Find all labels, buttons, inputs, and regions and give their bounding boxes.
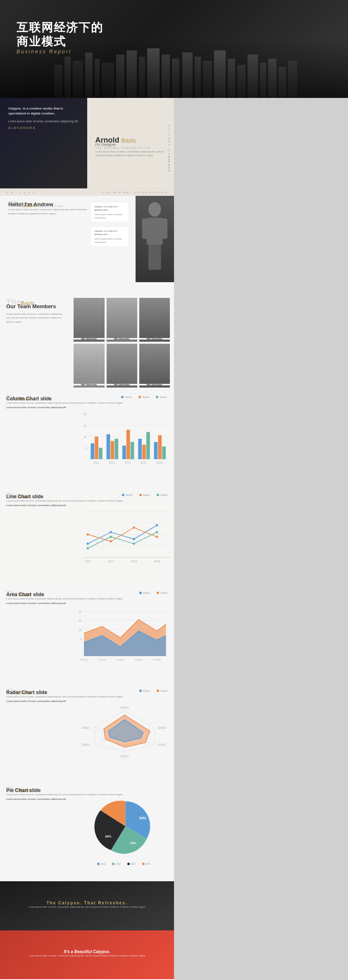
team-left: TheBazic Our Team Members Lorem ipsum do… — [0, 294, 69, 392]
svg-point-67 — [86, 533, 89, 536]
svg-text:35: 35 — [79, 610, 82, 613]
slide-calypso-dark: The Calypso. That Refreshes. Lorem ipsum… — [0, 881, 174, 979]
svg-rect-50 — [154, 442, 158, 459]
city-background: 互联网经济下的 商业模式 Business Report — [0, 0, 348, 98]
svg-text:0: 0 — [85, 447, 87, 450]
team-member-4: MR. Alexander CEO, DESIGN — [74, 344, 104, 388]
svg-text:2015: 2015 — [131, 560, 137, 563]
pie-legend: 2012 2013 2014 2015 — [80, 863, 171, 865]
area-chart-area: Series1 Series2 35 25 15 5 — [75, 592, 171, 680]
svg-text:FY01/2: FY01/2 — [98, 659, 107, 661]
slide-area-chart: TheBazic Area Chart slide Lorem ipsum do… — [0, 588, 174, 685]
svg-text:2003/1: 2003/1 — [81, 726, 90, 729]
svg-point-70 — [156, 535, 158, 538]
svg-rect-28 — [155, 245, 161, 270]
team-desc: Lorem ipsum dolor sit amet, consectetur … — [6, 312, 63, 324]
radar-chart-svg: 2003/1 2003/2 2003/1 2003/1 2003/1 2003/… — [79, 694, 171, 768]
area-legend: Series1 Series2 — [75, 592, 171, 594]
slide-line-chart: TheBazic Line Chart slide Lorem ipsum do… — [0, 490, 174, 588]
slide-about: Calypse. is a creative studio that is sp… — [0, 98, 174, 196]
svg-text:FY01/4: FY01/4 — [135, 659, 143, 661]
svg-text:5: 5 — [80, 637, 82, 640]
svg-text:25: 25 — [79, 619, 82, 622]
svg-rect-44 — [122, 446, 126, 459]
slide-andrew: TheBazic Hello! I'm Andrew THE MINIMAL P… — [0, 196, 174, 294]
team-heading: Our Team Members — [6, 303, 63, 310]
svg-text:FY01/3: FY01/3 — [117, 659, 125, 661]
slide-radar-chart: TheBazic Radar Chart slide Lorem ipsum d… — [0, 685, 174, 783]
pie-chart-area: 34% 19% 28% 2012 2013 2014 2015 — [80, 790, 171, 876]
svg-rect-46 — [131, 442, 134, 459]
svg-text:2003/2: 2003/2 — [158, 726, 167, 729]
calypso-bottom-desc: Lorem ipsum dolor sit amet, consectetur … — [29, 954, 145, 957]
svg-point-71 — [86, 547, 89, 549]
radar-chart-area: Series1 Series2 2003/1 2003/2 2003/1 — [79, 690, 171, 778]
svg-text:19%: 19% — [130, 841, 136, 845]
svg-point-73 — [133, 542, 135, 545]
column-chart-area: Series1 Series2 Series3 30 20 10 0 — [79, 396, 170, 482]
about-desc: Lorem ipsum dolor sit amet, consectetur … — [8, 119, 79, 124]
svg-text:20: 20 — [83, 424, 87, 427]
team-member-1: MR. Alexander CEO, DESIGN — [74, 298, 104, 342]
calypso-top-desc: Lorem ipsum dolor sit amet, consectetur … — [29, 905, 145, 909]
line-legend: Series1 Series2 Series3 — [79, 494, 171, 496]
svg-point-66 — [156, 524, 158, 527]
callout-1: Calypso. for when it's quitting time. Lo… — [91, 202, 129, 222]
svg-rect-43 — [114, 439, 118, 459]
svg-rect-49 — [146, 432, 150, 459]
svg-rect-51 — [158, 435, 162, 459]
svg-rect-48 — [142, 445, 146, 459]
svg-rect-52 — [162, 447, 166, 459]
cover-title-block: 互联网经济下的 商业模式 Business Report — [17, 21, 103, 52]
line-chart-area: Series1 Series2 Series3 — [79, 494, 171, 580]
svg-text:2016: 2016 — [154, 560, 160, 563]
callouts: Calypso. for when it's quitting time. Lo… — [91, 202, 129, 249]
svg-text:2016: 2016 — [157, 461, 163, 464]
svg-text:2015: 2015 — [141, 461, 147, 464]
callout-2: Calypso. for when it's quitting time. Lo… — [91, 226, 129, 247]
svg-point-74 — [156, 531, 158, 533]
svg-rect-39 — [95, 437, 98, 459]
svg-rect-27 — [148, 245, 155, 270]
slides-container: 互联网经济下的 商业模式 Business Report Calypse. is… — [0, 0, 348, 980]
calypso-top: The Calypso. That Refreshes. Lorem ipsum… — [0, 881, 174, 930]
svg-point-68 — [110, 540, 112, 543]
line-chart-svg: 2013 2014 2015 2016 — [79, 498, 171, 571]
svg-point-65 — [133, 538, 135, 540]
svg-rect-41 — [107, 434, 110, 459]
svg-rect-38 — [91, 443, 94, 459]
andrew-left: TheBazic Hello! I'm Andrew THE MINIMAL P… — [0, 196, 96, 294]
chart-legend: Series1 Series2 Series3 — [79, 396, 170, 398]
about-right: Arnold Bazic I'm Designer THE MINIMAL PR… — [87, 98, 174, 196]
svg-text:10: 10 — [83, 435, 87, 438]
andrew-photo — [136, 196, 174, 282]
slide-team: TheBazic Our Team Members Lorem ipsum do… — [0, 294, 174, 392]
team-grid: MR. Alexander CEO, DESIGN MR. Alexander … — [69, 294, 174, 392]
svg-text:15: 15 — [79, 628, 82, 631]
svg-text:2003/1: 2003/1 — [81, 743, 90, 746]
svg-text:2003/1: 2003/1 — [158, 743, 167, 746]
slide-cover: 互联网经济下的 商业模式 Business Report — [0, 0, 348, 98]
svg-point-72 — [110, 535, 112, 538]
svg-text:30: 30 — [83, 413, 87, 416]
svg-rect-42 — [111, 441, 114, 459]
svg-rect-47 — [138, 439, 142, 459]
andrew-desc: Lorem ipsum dolor sit amet, consectetur … — [8, 208, 88, 216]
svg-text:34%: 34% — [139, 816, 146, 820]
about-left: Calypse. is a creative studio that is sp… — [0, 98, 87, 196]
column-chart-svg: 30 20 10 0 — [79, 400, 170, 473]
pie-chart-svg: 34% 19% 28% — [80, 790, 171, 863]
svg-text:FY01/5: FY01/5 — [153, 659, 161, 661]
slide-column-chart: TheBazic Column Chart slide Lorem ipsum … — [0, 392, 174, 490]
svg-point-69 — [133, 526, 135, 529]
svg-rect-25 — [142, 219, 148, 239]
svg-point-64 — [110, 531, 112, 533]
radar-legend: Series1 Series2 — [79, 690, 171, 692]
svg-point-63 — [86, 542, 89, 545]
slide-pie-chart: TheBazic Pie Chart slide Lorem ipsum dol… — [0, 783, 174, 881]
calypso-bottom: It's a Beautiful Calypso. Lorem ipsum do… — [0, 930, 174, 980]
svg-text:2013: 2013 — [109, 461, 115, 464]
svg-text:2013: 2013 — [85, 560, 91, 563]
svg-text:28%: 28% — [105, 835, 112, 838]
chinese-title: 互联网经济下的 商业模式 — [17, 21, 103, 48]
